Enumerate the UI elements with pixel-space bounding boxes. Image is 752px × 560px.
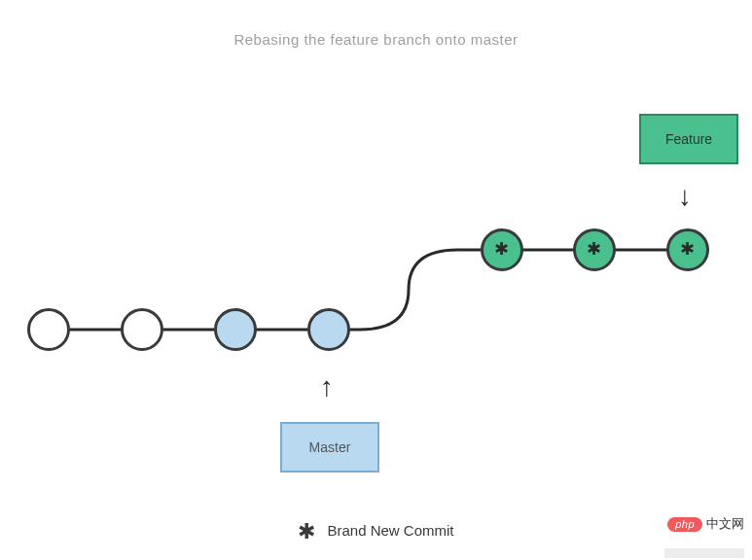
new-commit-star-icon: ✱	[680, 238, 695, 260]
master-label-text: Master	[309, 439, 351, 455]
commit-node	[27, 308, 70, 351]
watermark-text: 中文网	[706, 515, 744, 533]
watermark: php 中文网	[667, 515, 744, 533]
legend-text: Brand New Commit	[327, 522, 453, 539]
legend-star-icon: ✱	[298, 519, 315, 543]
new-commit-star-icon: ✱	[587, 238, 601, 260]
legend: ✱Brand New Commit	[0, 519, 752, 544]
new-commit-star-icon: ✱	[494, 238, 509, 260]
commit-node	[121, 308, 163, 351]
diagram-edges	[0, 0, 752, 560]
commit-node-master	[214, 308, 257, 351]
arrow-up-icon: ↑	[320, 371, 334, 402]
feature-label-text: Feature	[665, 131, 712, 147]
feature-branch-label: Feature	[639, 114, 738, 164]
commit-node-master-head	[307, 308, 350, 351]
watermark-shadow	[664, 548, 744, 558]
master-branch-label: Master	[280, 422, 379, 472]
arrow-down-icon: ↓	[678, 181, 692, 212]
watermark-badge: php	[667, 517, 702, 532]
